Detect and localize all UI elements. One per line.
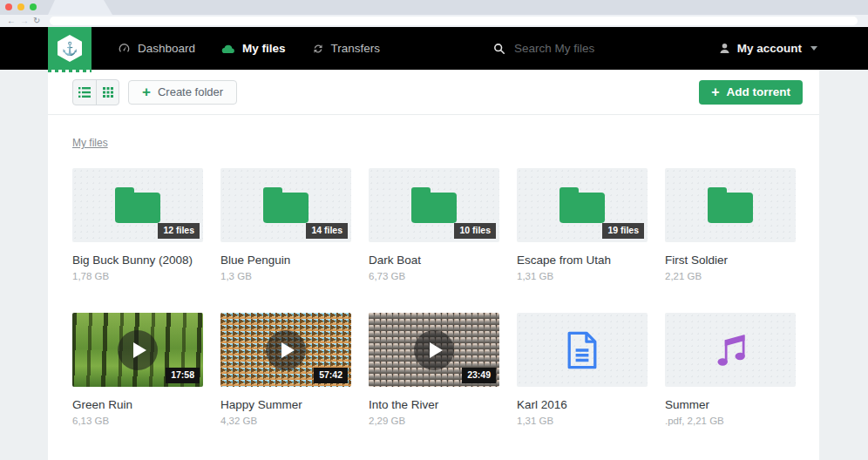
folder-icon: [115, 193, 160, 223]
search-input[interactable]: [514, 42, 680, 55]
file-count-badge: 14 files: [306, 223, 348, 239]
cloud-icon: [221, 44, 235, 54]
add-torrent-label: Add torrent: [727, 85, 791, 98]
file-count-badge: 19 files: [602, 223, 644, 239]
play-icon[interactable]: [266, 330, 306, 370]
close-window-button[interactable]: [5, 3, 12, 10]
music-note-icon: [711, 331, 749, 369]
file-thumbnail[interactable]: 17:58: [72, 313, 203, 387]
file-thumbnail[interactable]: 10 files: [369, 168, 499, 242]
back-icon[interactable]: ←: [7, 17, 16, 25]
file-size: 2,29 GB: [369, 416, 499, 426]
file-name[interactable]: Dark Boat: [369, 254, 499, 267]
file-name[interactable]: Escape from Utah: [517, 254, 648, 267]
grid-view-icon: [103, 87, 113, 98]
file-size: 1,31 GB: [517, 416, 648, 426]
file-name[interactable]: Into the River: [369, 398, 499, 411]
nav-item-dashboard[interactable]: Dashboard: [118, 42, 195, 55]
file-thumbnail[interactable]: 12 files: [72, 168, 203, 242]
gauge-icon: [118, 42, 131, 55]
traffic-lights: [5, 3, 37, 10]
file-thumbnail[interactable]: 19 files: [517, 168, 648, 242]
file-thumbnail[interactable]: 23:49: [369, 313, 499, 387]
browser-tab[interactable]: [48, 0, 112, 15]
file-thumbnail[interactable]: 57:42: [220, 313, 351, 387]
navbar-search: [493, 42, 680, 55]
add-torrent-button[interactable]: + Add torrent: [699, 80, 803, 105]
play-icon[interactable]: [118, 330, 158, 370]
anchor-icon: ⚓: [58, 35, 82, 62]
sync-icon: [312, 43, 324, 55]
file-size: .pdf, 2,21 GB: [665, 416, 796, 426]
file-size: 1,3 GB: [220, 271, 351, 281]
plus-icon: +: [711, 85, 719, 99]
account-menu[interactable]: My account: [719, 42, 817, 55]
file-card[interactable]: Karl 2016 1,31 GB: [517, 313, 648, 426]
address-bar[interactable]: [50, 17, 858, 25]
nav-item-label: Dashboard: [138, 42, 195, 55]
duration-badge: 23:49: [462, 368, 496, 383]
file-name[interactable]: Green Ruin: [72, 398, 203, 411]
file-thumbnail[interactable]: [665, 313, 796, 387]
file-size: 2,21 GB: [665, 271, 796, 281]
file-size: 6,13 GB: [72, 416, 203, 426]
nav-item-transfers[interactable]: Transfers: [312, 42, 381, 55]
file-card[interactable]: 19 files Escape from Utah 1,31 GB: [517, 168, 648, 281]
file-size: 1,31 GB: [517, 271, 648, 281]
file-grid: 12 files Big Buck Bunny (2008) 1,78 GB: [48, 150, 819, 426]
forward-icon[interactable]: →: [20, 17, 29, 25]
file-name[interactable]: Summer: [665, 398, 796, 411]
account-label: My account: [737, 42, 802, 55]
user-icon: [719, 43, 730, 54]
folder-icon: [708, 193, 753, 223]
file-card[interactable]: First Soldier 2,21 GB: [665, 168, 796, 281]
browser-titlebar: [0, 0, 868, 15]
file-size: 6,73 GB: [369, 271, 499, 281]
create-folder-button[interactable]: + Create folder: [128, 80, 237, 105]
file-card[interactable]: 10 files Dark Boat 6,73 GB: [369, 168, 499, 281]
file-count-badge: 12 files: [158, 223, 200, 239]
nav-item-label: Transfers: [331, 42, 381, 55]
file-card[interactable]: Summer .pdf, 2,21 GB: [665, 313, 796, 426]
create-folder-label: Create folder: [158, 85, 223, 98]
file-card[interactable]: 12 files Big Buck Bunny (2008) 1,78 GB: [72, 168, 203, 281]
file-thumbnail[interactable]: [665, 168, 796, 242]
files-toolbar: + Create folder + Add torrent: [48, 70, 819, 115]
reload-icon[interactable]: ↻: [33, 17, 40, 25]
file-count-badge: 10 files: [454, 223, 496, 239]
file-card[interactable]: 14 files Blue Penguin 1,3 GB: [220, 168, 351, 281]
document-icon: [565, 330, 600, 370]
list-view-icon: [78, 87, 91, 98]
chevron-down-icon: [810, 46, 817, 51]
file-name[interactable]: Happy Summer: [220, 398, 351, 411]
file-card[interactable]: 23:49 Into the River 2,29 GB: [369, 313, 499, 426]
breadcrumb[interactable]: My files: [72, 137, 108, 149]
file-thumbnail[interactable]: 14 files: [220, 168, 351, 242]
search-icon: [493, 43, 505, 55]
file-card[interactable]: 57:42 Happy Summer 4,32 GB: [220, 313, 351, 426]
file-size: 4,32 GB: [220, 416, 351, 426]
play-icon[interactable]: [414, 330, 454, 370]
file-size: 1,78 GB: [72, 271, 203, 281]
content-panel: + Create folder + Add torrent My files: [48, 70, 819, 460]
plus-icon: +: [142, 85, 151, 99]
file-thumbnail[interactable]: [517, 313, 648, 387]
file-name[interactable]: First Soldier: [665, 254, 796, 267]
zoom-window-button[interactable]: [30, 3, 37, 10]
file-name[interactable]: Big Buck Bunny (2008): [72, 254, 203, 267]
file-name[interactable]: Karl 2016: [517, 398, 648, 411]
duration-badge: 17:58: [166, 368, 200, 383]
app-logo[interactable]: ⚓: [48, 27, 92, 70]
grid-view-button[interactable]: [96, 80, 119, 105]
minimize-window-button[interactable]: [17, 3, 24, 10]
browser-toolbar: ← → ↻: [0, 15, 868, 27]
nav-item-my-files[interactable]: My files: [221, 42, 286, 55]
nav-item-label: My files: [242, 42, 286, 55]
folder-icon: [411, 193, 457, 223]
file-card[interactable]: 17:58 Green Ruin 6,13 GB: [72, 313, 203, 426]
folder-icon: [559, 193, 605, 223]
duration-badge: 57:42: [314, 368, 348, 383]
app-navbar: ⚓ Dashboard My files Transfers My acco: [0, 27, 868, 70]
list-view-button[interactable]: [73, 80, 96, 105]
file-name[interactable]: Blue Penguin: [220, 254, 351, 267]
